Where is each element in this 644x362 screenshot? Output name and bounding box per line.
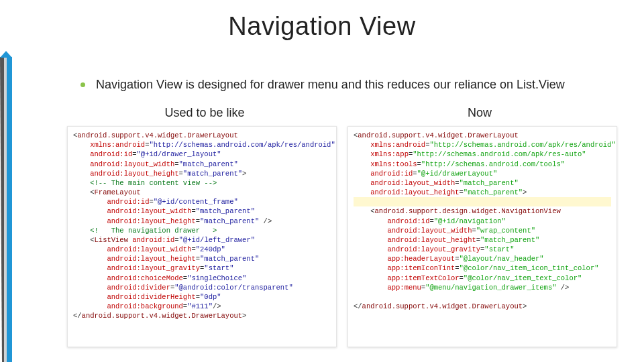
subhead-left: Used to be like (67, 106, 342, 120)
bullet-icon (80, 82, 85, 87)
accent-triangle (0, 51, 12, 58)
slide: Navigation View Navigation View is desig… (0, 0, 644, 362)
code-panel-left: <android.support.v4.widget.DrawerLayout … (67, 126, 337, 347)
slide-title: Navigation View (0, 12, 644, 41)
subheads: Used to be like Now (67, 106, 617, 120)
bullet-text: Navigation View is designed for drawer m… (96, 78, 565, 92)
bullet-row: Navigation View is designed for drawer m… (80, 78, 617, 92)
code-columns: <android.support.v4.widget.DrawerLayout … (67, 126, 617, 347)
highlight-line (354, 197, 611, 206)
subhead-right: Now (342, 106, 617, 120)
code-panel-right: <android.support.v4.widget.DrawerLayout … (347, 126, 617, 347)
